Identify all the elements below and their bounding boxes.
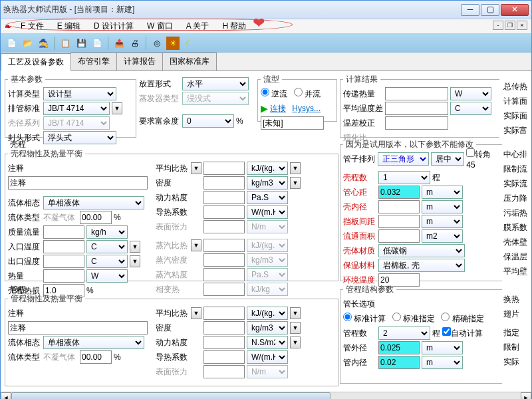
shell-heat-input[interactable] xyxy=(43,269,84,283)
scroll-right-button[interactable]: ► xyxy=(521,392,531,399)
shell-tin-unit[interactable]: C xyxy=(86,240,128,253)
menu-edit[interactable]: E 编辑 xyxy=(53,19,84,33)
pitch-unit[interactable]: m xyxy=(422,186,463,199)
flowarea-unit[interactable]: m2 xyxy=(422,229,463,243)
flowarea-input[interactable] xyxy=(378,229,420,243)
menu-about[interactable]: A 关于 xyxy=(182,19,213,33)
new-icon[interactable]: 📄 xyxy=(5,37,18,50)
exact-spec-radio[interactable]: 精确指定 xyxy=(441,313,483,325)
menu-file[interactable]: F 文件 xyxy=(17,19,48,33)
mdi-restore-button[interactable]: ❐ xyxy=(505,21,515,30)
tube-visc-unit[interactable]: N.S/m2 xyxy=(247,336,288,349)
shell-tout-unit[interactable]: C xyxy=(86,255,128,268)
tab-layout-engine[interactable]: 布管引擎 xyxy=(70,53,117,70)
mdi-minimize-button[interactable]: - xyxy=(493,21,503,30)
npass-select[interactable]: 2 xyxy=(378,327,430,340)
heat-duty-unit[interactable]: W xyxy=(450,87,491,100)
tube-den-input[interactable] xyxy=(203,321,245,334)
target-icon[interactable]: ◎ xyxy=(150,37,164,50)
shell-tout-input[interactable] xyxy=(43,255,84,268)
head-type-select[interactable]: 浮头式 xyxy=(43,131,116,144)
tube-cp-expand-button[interactable]: ▼ xyxy=(191,307,201,319)
id-input[interactable] xyxy=(378,356,420,369)
cp-input[interactable] xyxy=(203,162,245,175)
calc-type-select[interactable]: 设计型 xyxy=(43,87,116,100)
wizard-icon[interactable]: 🧙 xyxy=(37,37,50,50)
tab-calc-report[interactable]: 计算报告 xyxy=(116,53,163,70)
menu-design[interactable]: D 设计计算 xyxy=(90,19,138,33)
scroll-thumb[interactable] xyxy=(11,392,331,399)
mdi-close-button[interactable]: × xyxy=(517,21,527,30)
place-select[interactable]: 水平 xyxy=(182,77,249,90)
tube-cond-input[interactable] xyxy=(203,350,245,364)
shell-id-unit[interactable]: m xyxy=(422,200,463,213)
paste-icon[interactable]: 📄 xyxy=(90,37,104,50)
nshells-select[interactable]: 1 xyxy=(378,171,430,184)
tube-phase-select[interactable]: 单相液体 xyxy=(43,336,144,349)
mat-select[interactable]: 低碳钢 xyxy=(378,244,465,257)
baffle-unit[interactable]: m xyxy=(422,215,463,228)
tube-cp-unit-button[interactable]: ▼ xyxy=(290,307,301,319)
shell-tin-input[interactable] xyxy=(43,240,84,253)
cond-unit[interactable]: W/(m.K) xyxy=(247,205,288,219)
align-select[interactable]: 居中 xyxy=(431,152,464,166)
tube-cond-unit[interactable]: W/(m.K) xyxy=(247,350,288,364)
tube-den-unit[interactable]: kg/m3 xyxy=(247,321,288,334)
cp-unit-button[interactable]: ▼ xyxy=(290,162,301,174)
menu-help[interactable]: H 帮助 xyxy=(218,19,250,33)
close-button[interactable]: ✕ xyxy=(501,4,529,16)
connect-link[interactable]: 连接 xyxy=(270,103,286,114)
cond-input[interactable] xyxy=(203,205,245,219)
shell-notes-input[interactable] xyxy=(8,176,148,190)
tube-den-unit-button[interactable]: ▼ xyxy=(290,322,301,334)
pitch-input[interactable] xyxy=(378,186,420,199)
cp-unit[interactable]: kJ/(kg.K) xyxy=(247,162,288,175)
pipe-std-expand-button[interactable]: ▼ xyxy=(112,102,122,114)
tab-process-params[interactable]: 工艺及设备参数 xyxy=(1,53,71,71)
std-calc-radio[interactable]: 标准计算 xyxy=(343,313,386,325)
visc-unit[interactable]: Pa.S xyxy=(247,191,288,204)
moon-icon[interactable]: ☾ xyxy=(182,37,196,50)
open-icon[interactable]: 📂 xyxy=(21,37,34,50)
hysys-link[interactable]: Hysys... xyxy=(292,104,321,113)
od-input[interactable] xyxy=(378,341,420,354)
std-spec-radio[interactable]: 标准指定 xyxy=(392,313,435,325)
tube-visc-input[interactable] xyxy=(203,336,245,349)
arr-select[interactable]: 正三角形 xyxy=(378,152,429,166)
tout-expand-button[interactable]: ▼ xyxy=(130,255,140,267)
tube-notes-input[interactable] xyxy=(8,321,148,334)
shell-id-input[interactable] xyxy=(378,200,420,213)
minimize-button[interactable]: ─ xyxy=(461,4,479,16)
tube-cp-input[interactable] xyxy=(203,307,245,320)
ins-select[interactable]: 岩棉板, 壳 xyxy=(378,259,465,272)
save-icon[interactable]: 💾 xyxy=(74,37,88,50)
shell-phase-select[interactable]: 单相液体 xyxy=(43,196,144,209)
tube-cp-unit[interactable]: kJ/(kg.K) xyxy=(247,307,288,320)
pipe-std-select[interactable]: JB/T 4714 xyxy=(43,102,110,115)
den-input[interactable] xyxy=(203,176,245,190)
sun-icon[interactable]: ☀ xyxy=(166,37,180,50)
id-unit[interactable]: m xyxy=(422,356,463,369)
visc-input[interactable] xyxy=(203,191,245,204)
den-unit[interactable]: kg/m3 xyxy=(247,176,288,190)
maximize-button[interactable]: ▢ xyxy=(481,4,499,16)
mean-temp-unit[interactable]: C xyxy=(450,102,491,115)
od-unit[interactable]: m xyxy=(422,341,463,354)
print-icon[interactable]: 🖨 xyxy=(128,37,142,50)
shell-flow-input[interactable] xyxy=(43,225,84,239)
tab-standards[interactable]: 国家标准库 xyxy=(162,53,217,70)
den-unit-button[interactable]: ▼ xyxy=(290,177,301,189)
counter-flow-radio[interactable]: 逆流 xyxy=(261,88,287,100)
cp-expand-button[interactable]: ▼ xyxy=(191,162,201,174)
shell-heat-unit[interactable]: W xyxy=(86,269,128,283)
play-icon[interactable]: ▶ xyxy=(261,103,268,114)
export-icon[interactable]: 📤 xyxy=(112,37,126,50)
parallel-flow-radio[interactable]: 并流 xyxy=(294,88,321,100)
tin-expand-button[interactable]: ▼ xyxy=(130,241,140,253)
margin-select[interactable]: 0 xyxy=(182,114,234,128)
shell-flow-unit[interactable]: kg/h xyxy=(86,225,128,239)
copy-icon[interactable]: 📋 xyxy=(59,37,72,50)
tube-visc-unit-button[interactable]: ▼ xyxy=(290,336,301,348)
horizontal-scrollbar[interactable]: ◄ ► xyxy=(1,392,531,399)
scroll-left-button[interactable]: ◄ xyxy=(1,392,11,399)
